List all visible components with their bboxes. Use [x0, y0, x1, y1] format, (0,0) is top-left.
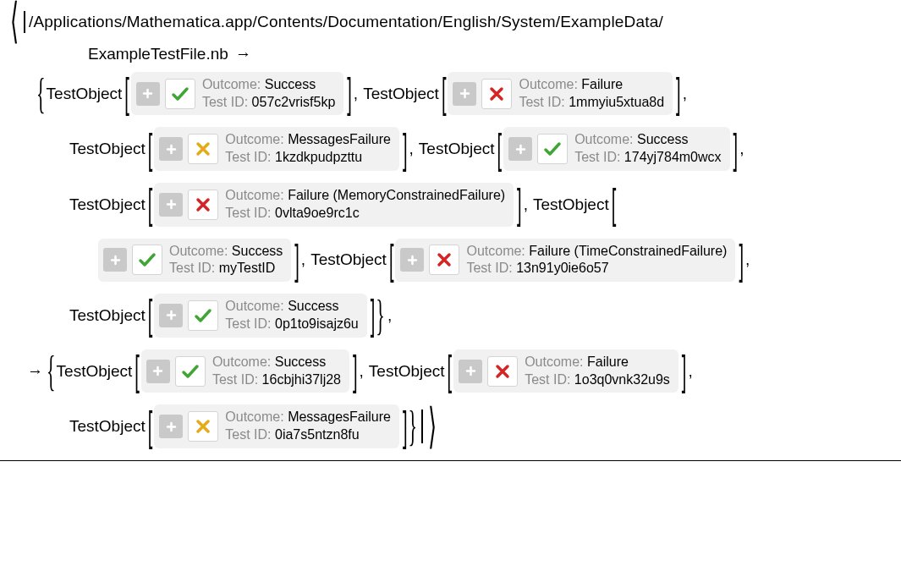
file-name: ExampleTestFile.nb	[88, 45, 228, 63]
cross-icon	[481, 79, 512, 109]
vertical-bar-icon	[421, 409, 423, 443]
test-object: TestObject [ Outcome: MessagesFailure Te…	[69, 127, 408, 171]
cross-icon	[487, 356, 518, 387]
cross-icon	[188, 190, 218, 220]
test-object: TestObject [ Outcome: Failure (TimeConst…	[310, 239, 744, 283]
test-object: TestObject [	[533, 193, 616, 216]
test-badge[interactable]: Outcome: MessagesFailure Test ID: 0ia7s5…	[154, 404, 399, 448]
test-badge[interactable]: Outcome: Success Test ID: myTestID	[98, 239, 291, 283]
output-row: Outcome: Success Test ID: myTestID ] , T…	[96, 239, 893, 283]
rule-arrow-icon: →	[233, 45, 254, 63]
test-object: TestObject [ Outcome: Success Test ID: 0…	[47, 72, 352, 116]
list-open-brace: {	[36, 64, 47, 122]
list-close-brace: }	[408, 398, 419, 455]
test-object: TestObject [ Outcome: Failure Test ID: 1…	[369, 349, 687, 393]
output-row: TestObject [ Outcome: Failure (MemoryCon…	[69, 183, 893, 227]
test-object: TestObject [ Outcome: Failure Test ID: 1…	[363, 72, 681, 116]
check-icon	[132, 245, 162, 275]
expand-icon[interactable]	[103, 248, 127, 272]
test-object: TestObject [ Outcome: Success Test ID: 1…	[419, 127, 738, 171]
file-entry: ExampleTestFile.nb →	[88, 43, 893, 65]
test-object: TestObject [ Outcome: Success Test ID: 0…	[69, 294, 375, 338]
expand-icon[interactable]	[453, 82, 476, 106]
expand-icon[interactable]	[136, 82, 160, 106]
check-icon	[175, 356, 206, 387]
test-object: TestObject [ Outcome: MessagesFailure Te…	[69, 404, 408, 448]
test-object: TestObject [ Outcome: Failure (MemoryCon…	[69, 183, 522, 227]
check-icon	[188, 300, 218, 331]
file-path: /Applications/Mathematica.app/Contents/D…	[29, 11, 663, 33]
expand-icon[interactable]	[159, 137, 183, 161]
expand-icon[interactable]	[400, 248, 424, 272]
test-badge[interactable]: Outcome: Success Test ID: 16cbjhi37lj28	[141, 349, 349, 393]
test-badge[interactable]: Outcome: Success Test ID: 0p1to9isajz6u	[154, 294, 366, 338]
cross-icon	[188, 411, 218, 442]
expand-icon[interactable]	[508, 137, 532, 161]
cross-icon	[188, 134, 218, 164]
test-object: TestObject [ Outcome: Success Test ID: 1…	[57, 349, 358, 393]
association-open-icon: ⟨	[8, 0, 20, 54]
check-icon	[537, 134, 568, 164]
output-row: TestObject [ Outcome: MessagesFailure Te…	[69, 127, 893, 171]
test-badge[interactable]: Outcome: Failure Test ID: 1o3q0vnk32u9s	[453, 349, 678, 393]
test-badge[interactable]: Outcome: Failure (TimeConstrainedFailure…	[395, 239, 735, 283]
test-badge[interactable]: Outcome: Success Test ID: 057c2vrisf5kp	[131, 72, 343, 116]
expand-icon[interactable]	[159, 304, 183, 327]
header-row: ⟨ /Applications/Mathematica.app/Contents…	[8, 7, 893, 36]
test-badge[interactable]: Outcome: Failure (MemoryConstrainedFailu…	[154, 183, 514, 227]
output-row: TestObject [ Outcome: Success Test ID: 0…	[69, 294, 893, 338]
test-badge[interactable]: Outcome: Success Test ID: 174yj784m0wcx	[503, 127, 729, 171]
expand-icon[interactable]	[159, 415, 183, 438]
output-row: TestObject [ Outcome: MessagesFailure Te…	[69, 404, 893, 448]
cross-icon	[429, 245, 459, 275]
expand-icon[interactable]	[159, 193, 183, 217]
test-badge[interactable]: Outcome: MessagesFailure Test ID: 1kzdkp…	[154, 127, 399, 171]
expand-icon[interactable]	[146, 360, 170, 383]
expand-icon[interactable]	[459, 360, 482, 383]
association-close-icon: ⟩	[426, 393, 438, 459]
list-open-brace: {	[46, 342, 57, 399]
check-icon	[165, 79, 195, 109]
output-row: → { TestObject [ Outcome: Success Test I…	[25, 349, 893, 393]
association-body: ExampleTestFile.nb → { TestObject [ Outc…	[8, 43, 893, 448]
list-close-brace: }	[375, 287, 386, 344]
output-row: { TestObject [ Outcome: Success Test ID:…	[36, 72, 893, 116]
test-badge[interactable]: Outcome: Failure Test ID: 1mmyiu5xtua8d	[448, 72, 673, 116]
vertical-bar-icon	[24, 11, 25, 33]
rule-arrow-icon: →	[25, 360, 46, 382]
